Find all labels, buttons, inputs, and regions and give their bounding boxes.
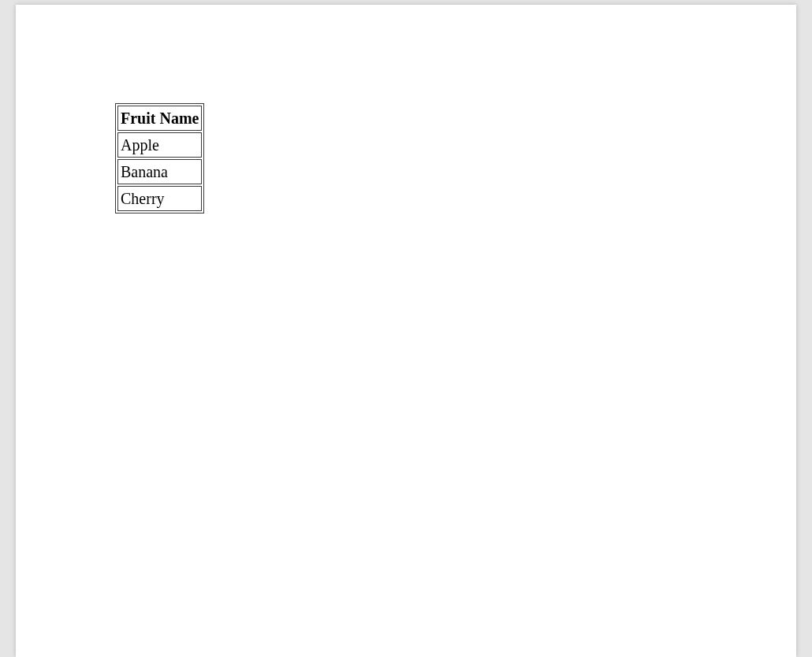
table-row: Banana: [117, 159, 202, 184]
table-header-cell: Fruit Name: [117, 106, 202, 131]
table-cell: Apple: [117, 132, 202, 158]
document-page: Fruit Name Apple Banana Cherry: [16, 5, 796, 657]
table-header-row: Fruit Name: [117, 106, 202, 131]
table-row: Apple: [117, 132, 202, 158]
table-cell: Banana: [117, 159, 202, 184]
table-cell: Cherry: [117, 186, 202, 211]
fruit-table: Fruit Name Apple Banana Cherry: [115, 103, 204, 213]
table-row: Cherry: [117, 186, 202, 211]
